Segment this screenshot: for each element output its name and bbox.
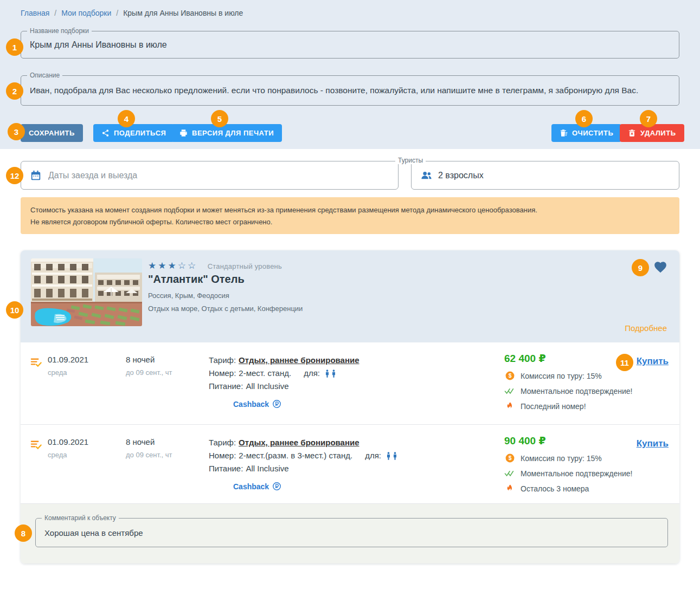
selection-name-field: Название подборки (21, 31, 679, 59)
commission-row: $ Комиссия по туру: 15% (504, 453, 633, 463)
hotel-stars: ★★★☆☆ (148, 261, 197, 271)
hotel-card-header: ★★★☆☆ Стандартный уровень "Атлантик" Оте… (21, 250, 679, 342)
tourists-field[interactable]: Туристы 2 взрослых (411, 161, 679, 190)
tariff-label: Тариф: (209, 436, 236, 449)
guests-icons (325, 370, 336, 378)
description-field: Описание (21, 75, 679, 106)
room-value: 2-мест. станд. (239, 367, 291, 380)
step-badge-11: 11 (616, 354, 633, 371)
offer-tariff-block: Тариф: Отдых, раннее бронирование Номер:… (209, 436, 397, 491)
step-badge-3: 3 (8, 123, 25, 140)
tourists-value: 2 взрослых (438, 171, 484, 180)
offer-date-value: 01.09.2021 (48, 437, 88, 446)
breadcrumb-separator: / (116, 9, 118, 17)
step-badge-2: 2 (6, 82, 23, 100)
offer-price-block: 90 400 ₽ $ Комиссия по туру: 15% Момента… (504, 435, 633, 493)
favorite-heart-icon[interactable] (653, 260, 667, 275)
dates-field (21, 161, 399, 190)
comment-field: Комментарий к объекту (35, 518, 668, 547)
comment-input[interactable] (36, 519, 667, 547)
offer-price: 62 400 ₽ (504, 352, 633, 365)
buy-cell: Купить (637, 438, 669, 449)
pricing-notice: Стоимость указана на момент создания под… (21, 197, 679, 234)
delete-trash-icon (628, 129, 636, 137)
save-button[interactable]: СОХРАНИТЬ (21, 124, 83, 142)
printer-icon (179, 129, 188, 137)
cashback-link[interactable]: Cashback (233, 399, 281, 409)
dates-input[interactable] (42, 161, 398, 189)
description-input[interactable] (21, 76, 679, 105)
buy-link[interactable]: Купить (637, 438, 669, 449)
tariff-label: Тариф: (209, 354, 236, 367)
hotel-card-footer: Комментарий к объекту (21, 504, 679, 563)
offer-row: 01.09.2021 среда 8 ночей до 09 сент., чт… (21, 342, 679, 425)
step-badge-7: 7 (640, 110, 657, 127)
cashback-link[interactable]: Cashback (233, 482, 281, 491)
confirmation-row: Моментальное подтверждение! (504, 387, 633, 396)
hotel-name[interactable]: "Атлантик" Отель (148, 273, 245, 286)
for-label: для: (365, 449, 381, 462)
ruble-circle-icon (272, 482, 281, 491)
hotel-tags: Отдых на море, Отдых с детьми, Конференц… (148, 305, 303, 313)
clear-button-label: ОЧИСТИТЬ (572, 129, 613, 137)
room-label: Номер: (209, 367, 236, 380)
hotel-rating-row: ★★★☆☆ Стандартный уровень (148, 260, 282, 271)
commission-row: $ Комиссия по туру: 15% (504, 371, 633, 381)
commission-dollar-icon: $ (504, 453, 515, 463)
print-version-button[interactable]: ВЕРСИЯ ДЛЯ ПЕЧАТИ (171, 124, 282, 142)
tour-list-check-icon (30, 356, 42, 371)
offer-row: 01.09.2021 среда 8 ночей до 09 сент., чт… (21, 425, 679, 504)
availability-row: Последний номер! (504, 401, 633, 411)
hotel-level: Стандартный уровень (208, 262, 282, 270)
buy-link[interactable]: Купить (637, 356, 669, 366)
confirmation-row: Моментальное подтверждение! (504, 469, 633, 478)
double-check-icon (504, 470, 515, 477)
description-label: Описание (27, 72, 62, 79)
selection-page: Главная/Мои подборки/Крым для Анны Ивано… (0, 0, 700, 596)
tariff-link[interactable]: Отдых, раннее бронирование (239, 436, 359, 449)
pricing-notice-line1: Стоимость указана на момент создания под… (30, 204, 670, 216)
hotel-photo[interactable] (31, 258, 142, 326)
availability-text: Последний номер! (521, 402, 586, 411)
ruble-circle-icon (272, 399, 281, 409)
breadcrumb-current: Крым для Анны Ивановны в июле (123, 9, 243, 17)
buy-cell: Купить (637, 356, 669, 367)
selection-name-label: Название подборки (27, 27, 92, 35)
step-badge-12: 12 (6, 167, 23, 184)
hero-section: Главная/Мои подборки/Крым для Анны Ивано… (0, 0, 700, 149)
offer-weekday: среда (48, 451, 88, 459)
offer-date: 01.09.2021 среда (48, 437, 88, 459)
share-icon (101, 129, 110, 137)
meal-value: All Inclusive (246, 462, 288, 475)
tour-list-check-icon (30, 438, 42, 453)
details-link[interactable]: Подробнее (625, 323, 667, 333)
room-value: 2-мест.(разм. в 3-мест.) станд. (239, 449, 352, 462)
for-label: для: (304, 367, 320, 380)
step-badge-1: 1 (6, 38, 23, 56)
cashback-label: Cashback (233, 400, 269, 409)
breadcrumb-home[interactable]: Главная (21, 9, 49, 17)
offer-nights: 8 ночей до 09 сент., чт (126, 355, 172, 377)
step-badge-6: 6 (575, 110, 593, 127)
room-label: Номер: (209, 449, 236, 462)
tourists-label: Туристы (395, 157, 426, 164)
delete-button[interactable]: УДАЛИТЬ (620, 124, 684, 142)
meal-label: Питание: (209, 380, 243, 393)
share-button[interactable]: ПОДЕЛИТЬСЯ (93, 124, 174, 142)
selection-name-input[interactable] (21, 31, 679, 58)
commission-text: Комиссия по туру: 15% (521, 372, 602, 380)
tariff-link[interactable]: Отдых, раннее бронирование (239, 354, 359, 367)
offer-nights: 8 ночей до 09 сент., чт (126, 437, 172, 459)
offer-price-block: 62 400 ₽ $ Комиссия по туру: 15% Момента… (504, 352, 633, 411)
cashback-label: Cashback (233, 482, 269, 491)
breadcrumb: Главная/Мои подборки/Крым для Анны Ивано… (21, 9, 243, 17)
offer-price: 90 400 ₽ (504, 435, 633, 447)
svg-text:$: $ (508, 373, 511, 379)
flame-icon (504, 484, 515, 493)
availability-text: Осталось 3 номера (521, 484, 589, 493)
hotel-card: ★★★☆☆ Стандартный уровень "Атлантик" Оте… (21, 250, 679, 563)
comment-label: Комментарий к объекту (42, 514, 119, 522)
breadcrumb-my-selections[interactable]: Мои подборки (61, 9, 111, 17)
offer-tariff-block: Тариф: Отдых, раннее бронирование Номер:… (209, 354, 359, 409)
print-version-button-label: ВЕРСИЯ ДЛЯ ПЕЧАТИ (192, 129, 274, 137)
